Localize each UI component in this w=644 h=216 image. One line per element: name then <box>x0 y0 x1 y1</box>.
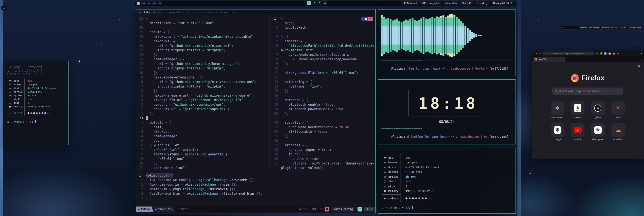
leftmon-bar-fragment <box>1 6 6 10</box>
taskbar-window-button[interactable]: $W <box>562 27 564 29</box>
editor-tab[interactable]: ✻hosts/isoImag..× <box>200 10 236 15</box>
palette-dot <box>47 112 49 114</box>
reload-button[interactable]: ↻ <box>539 52 541 55</box>
network-icon[interactable]: ᛉ <box>476 2 478 5</box>
tab-new-tab[interactable]: New Tab <box>533 57 565 62</box>
workspace-button-1[interactable]: 1 <box>307 1 311 5</box>
editor-pane-flake[interactable]: 22{21 description = "tux's NixOS Flake";… <box>136 16 269 170</box>
clock-window[interactable]: 18:18 08/08/24 ======================> P… <box>378 79 516 144</box>
tabby-cat-icon[interactable] <box>608 52 611 55</box>
tab-list-chevron-icon[interactable]: ▾ <box>642 59 642 62</box>
shortcut-tile-amazon[interactable]: aamazon <box>571 101 584 119</box>
line-number: 27 <box>271 143 281 148</box>
close-tab-icon[interactable]: × <box>158 11 160 14</box>
system-tray[interactable]: ᛉ ᛒ <box>474 1 489 6</box>
pane-separator-horizontal[interactable] <box>136 172 376 172</box>
firefox-window[interactable]: ‹ › ↻ Search with Google or enter addres… <box>532 51 644 159</box>
code-line: 13 ▏ home-manager = { <box>136 57 269 62</box>
pane-separator-vertical[interactable] <box>269 15 270 172</box>
search-bar[interactable]: Search with Google or enter address <box>552 88 623 95</box>
forward-button[interactable]: › <box>536 52 537 55</box>
fetch-row: ◔uptime <box>9 94 22 97</box>
code-text: ▏ ]; <box>281 62 289 66</box>
new-tab-button[interactable]: + <box>567 59 569 62</box>
line-number: 28 <box>271 148 281 152</box>
left-terminal-window[interactable]: _ __ _ ____ ____ / |/ /(_)_ __/ __ \/ __… <box>4 61 69 145</box>
close-button[interactable]: × <box>641 52 642 55</box>
taskbar-window-button[interactable]: $W <box>158 1 162 5</box>
bluetooth-icon[interactable]: ᛒ <box>479 2 481 5</box>
fetch-row: ☻user <box>9 79 22 83</box>
editor-pane-iso[interactable]: 1{1▏ pkgs,2▏ modulesPath,3▏ ...4}: {5▏ i… <box>271 16 376 170</box>
app-grid-icon[interactable] <box>137 2 140 5</box>
editor-pane-pkgs[interactable]: 1{pkgs, ...}: {1▏ tux-awesome-wm-config … <box>136 173 376 200</box>
code-line: 14▏ ▏ hostName = "iso"; <box>271 84 376 89</box>
fetch-value: 1 <box>406 184 439 188</box>
back-button[interactable]: ‹ <box>533 52 534 55</box>
taskbar-window-button[interactable]: $W <box>152 1 156 5</box>
system-tray[interactable]: ᛉ ᛒ <box>618 26 628 29</box>
code-text: ▏ nixpkgs.url = "github:nixos/nixpkgs/ni… <box>146 35 255 39</box>
colorwheel-icon[interactable] <box>482 2 484 4</box>
workspace-button-3[interactable]: 3 <box>318 1 322 5</box>
tile-box[interactable]: ❋ <box>551 123 564 137</box>
workspace-button-2[interactable]: 2 <box>312 1 316 5</box>
bitwarden-icon[interactable]: b <box>604 52 606 55</box>
music-note-icon: ♪ <box>456 135 460 138</box>
close-tab-icon[interactable]: × <box>232 11 233 14</box>
pin-toggle[interactable] <box>361 17 368 21</box>
gear-icon[interactable]: ⚙ <box>638 64 640 68</box>
menu-icon[interactable]: ☰ <box>617 52 619 55</box>
nix-snowflake-icon: ✼ <box>555 105 560 111</box>
minimize-button[interactable]: — <box>632 52 634 55</box>
tile-box[interactable]: ☁ <box>612 123 625 137</box>
shell-prompt[interactable]: ᗣ → canopus ~ ❯❯❯ <box>7 120 66 124</box>
music-visualizer-window[interactable]: ======================> Playing: ffee fo… <box>378 10 516 76</box>
shortcut-tile-chatgpt[interactable]: ❋chatgpt <box>551 123 564 141</box>
code-text: ▏ pkgs, <box>281 21 294 26</box>
workspace-button-4[interactable]: 4 <box>323 1 327 5</box>
close-tab-icon[interactable]: × <box>195 11 196 14</box>
code-line: 2 ▏ self, <box>136 125 269 130</box>
url-bar[interactable]: Search with Google or enter address <box>543 52 594 55</box>
distro-icon: ✼ <box>384 165 388 169</box>
code-line: 1 outputs = { <box>136 120 269 125</box>
app-grid-icon[interactable] <box>560 27 561 28</box>
taskbar-window-button[interactable]: $W <box>142 1 146 5</box>
tile-box[interactable]: ✳ <box>612 101 625 115</box>
tile-box[interactable]: a <box>571 101 584 115</box>
code-line: 17 ▏ nixos-wsl = { <box>136 39 269 44</box>
tile-box[interactable]: ᗢ <box>591 101 604 115</box>
fastfetch-window[interactable]: ☻user≡hname✼distro▭kernel◔uptime❯shell✿p… <box>378 148 516 214</box>
shortcut-tile-claude[interactable]: ✳claude <box>612 101 625 119</box>
line-number: 6 <box>271 44 281 48</box>
clock-chip[interactable]: Thu Aug 08, 18:18 <box>628 26 642 29</box>
maximize-button[interactable]: □ <box>637 52 638 55</box>
editor-window[interactable]: ✻flake.nix×✻pkgs/default...×✻hosts/isoIm… <box>136 9 376 213</box>
phone-icon[interactable] <box>486 2 487 5</box>
tile-box[interactable]: ▶ <box>571 123 584 137</box>
code-text: ▏ ▏ ../../modules/nixos/desktop/awesome <box>281 57 357 62</box>
clock-chip[interactable]: Thu Aug 08, 18:18 <box>491 1 514 6</box>
taskbar-window-button[interactable]: $W <box>147 1 151 5</box>
extension-swirl-icon[interactable] <box>600 52 602 55</box>
code-text: ▏ nix-vscode-extensions = { <box>146 75 202 80</box>
close-pane-button[interactable]: × <box>368 17 373 21</box>
shortcut-tile-cloudflare[interactable]: ☁cloudflare <box>612 123 625 141</box>
tile-box[interactable]: ❋ <box>591 123 604 137</box>
fetch-row: ▭kernel <box>9 90 22 94</box>
tile-box[interactable]: ✼ <box>551 101 564 115</box>
editor-tab[interactable]: ✻flake.nix× <box>136 10 163 15</box>
shortcut-tile-chat.openai[interactable]: ❋chat.openai <box>591 123 604 141</box>
shortcut-tile-youtube[interactable]: ▶youtube <box>571 123 584 141</box>
shortcut-tile-search.nixos[interactable]: ✼search.nixos <box>551 101 564 119</box>
editor-tab[interactable]: ✻pkgs/default...× <box>163 10 200 15</box>
fetch-value: 3h 59m <box>406 174 439 179</box>
statusline-file: ✻ flake.nix <box>152 206 176 212</box>
extension-gem-icon[interactable]: ◆ <box>596 52 598 55</box>
branch-label: main <box>181 207 187 210</box>
shell-prompt[interactable]: ⌂ → canopus ~ ❯❯❯ <box>382 206 512 209</box>
extension-icon[interactable]: ⬒ <box>613 52 615 55</box>
memory-icon: ▦ <box>9 105 14 108</box>
shortcut-tile-github[interactable]: ᗢgithub <box>591 101 604 119</box>
